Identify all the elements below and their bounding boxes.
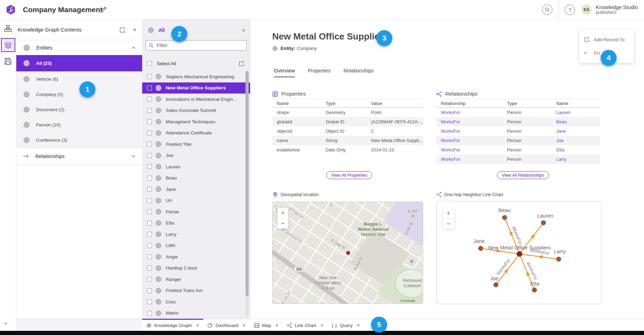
app-logo-icon[interactable]: [6, 5, 16, 15]
view-tab-link-chart[interactable]: Link Chart✕: [283, 319, 328, 331]
list-item[interactable]: Innovations in Mechanical Engin…: [142, 94, 250, 105]
layers-tool-selected[interactable]: [1, 38, 15, 52]
item-checkbox[interactable]: [147, 299, 152, 304]
scope-label[interactable]: All: [158, 27, 242, 33]
add-record-icon[interactable]: [119, 27, 126, 33]
relationships-section-header[interactable]: Relationships: [16, 148, 142, 165]
cell-link[interactable]: WorksFor: [436, 138, 503, 143]
item-checkbox[interactable]: [147, 288, 152, 293]
entity-type-row[interactable]: Vehicle (6): [16, 71, 142, 87]
cell-link[interactable]: Larry: [552, 157, 600, 162]
list-item[interactable]: Sales Associate Summit: [142, 105, 250, 116]
list-item[interactable]: Matrix: [142, 308, 250, 319]
geospatial-map[interactable]: k RdW Clay StSaN 3rd StN 4th StMaggie L.…: [272, 202, 423, 304]
cell-link[interactable]: WorksFor: [436, 157, 503, 162]
cell-link[interactable]: WorksFor: [436, 110, 503, 115]
close-icon[interactable]: ✕: [242, 323, 246, 328]
zoom-out-button[interactable]: −: [443, 219, 454, 229]
item-checkbox[interactable]: [147, 198, 152, 203]
rail-expand-button[interactable]: »: [4, 320, 6, 326]
filter-input[interactable]: [157, 43, 243, 48]
list-item[interactable]: Lauren: [142, 161, 250, 173]
view-all-relationships-button[interactable]: View All Relationships: [497, 171, 549, 179]
list-item[interactable]: Joe: [142, 150, 250, 161]
list-item[interactable]: Staplers Mechanical Engineering: [142, 71, 250, 82]
item-checkbox[interactable]: [147, 86, 152, 90]
list-item[interactable]: Persie: [142, 206, 250, 218]
edit-title-icon[interactable]: [100, 6, 107, 13]
search-button[interactable]: [542, 5, 552, 15]
map-location-marker[interactable]: [346, 251, 350, 255]
list-item[interactable]: Uri: [142, 195, 250, 206]
tab-relationships[interactable]: Relationships: [344, 68, 374, 77]
add-record-icon[interactable]: [239, 61, 244, 67]
item-checkbox[interactable]: [147, 209, 152, 214]
entity-type-row[interactable]: Person (10): [16, 117, 142, 132]
item-checkbox[interactable]: [147, 221, 152, 226]
select-all-checkbox[interactable]: [147, 61, 152, 66]
menu-item-add-record-to[interactable]: Add Record To: [579, 33, 634, 46]
cell-link[interactable]: WorksFor: [436, 147, 503, 152]
list-item[interactable]: Ranger: [142, 274, 250, 285]
zoom-in-button[interactable]: +: [277, 208, 288, 218]
chevron-up-icon[interactable]: [131, 45, 136, 50]
item-checkbox[interactable]: [147, 74, 152, 79]
item-checkbox[interactable]: [147, 311, 152, 316]
help-button[interactable]: ?: [565, 5, 575, 15]
close-icon[interactable]: ✕: [196, 323, 199, 328]
view-tab-query[interactable]: { }Query✕: [328, 319, 364, 331]
list-item[interactable]: Etta: [142, 218, 250, 229]
item-checkbox[interactable]: [147, 153, 152, 158]
link-chart[interactable]: WorksForWorksForWorksForWorksForBeauLaur…: [436, 201, 602, 304]
save-icon[interactable]: [4, 58, 12, 65]
item-checkbox[interactable]: [147, 119, 152, 124]
scrollbar-thumb[interactable]: [246, 71, 249, 296]
cell-link[interactable]: WorksFor: [436, 119, 503, 124]
data-model-icon[interactable]: [4, 25, 12, 32]
entity-type-row[interactable]: Document (2): [16, 102, 142, 117]
entity-type-row[interactable]: Conference (3): [16, 132, 142, 148]
item-checkbox[interactable]: [147, 108, 152, 113]
collapse-panel-icon[interactable]: «: [242, 27, 245, 33]
item-checkbox[interactable]: [147, 254, 152, 259]
list-item[interactable]: Firebird Trans Am: [142, 285, 250, 297]
item-checkbox[interactable]: [147, 176, 152, 180]
item-checkbox[interactable]: [147, 187, 152, 192]
view-all-properties-button[interactable]: View All Properties: [326, 171, 372, 179]
list-item[interactable]: Civic: [142, 296, 250, 308]
list-item[interactable]: Beau: [142, 173, 250, 184]
item-checkbox[interactable]: [147, 142, 152, 147]
list-item[interactable]: Attendance Certificate: [142, 127, 250, 139]
item-checkbox[interactable]: [147, 266, 152, 271]
list-item[interactable]: Managment Techniques: [142, 116, 250, 127]
tab-properties[interactable]: Properties: [308, 68, 330, 77]
tab-overview[interactable]: Overview: [274, 68, 295, 77]
list-item[interactable]: Firebird Title: [142, 139, 250, 150]
list-item[interactable]: Larry: [142, 229, 250, 240]
list-item[interactable]: New Metal Office Suppliers: [142, 82, 250, 94]
close-icon[interactable]: ✕: [320, 323, 324, 328]
zoom-in-button[interactable]: +: [443, 208, 454, 219]
entity-type-row[interactable]: All (23): [16, 55, 142, 71]
cell-link[interactable]: Jane: [552, 129, 600, 134]
close-icon[interactable]: ✕: [357, 323, 360, 328]
view-tab-map[interactable]: Map✕: [250, 319, 283, 331]
list-item[interactable]: Hardtop 2-door: [142, 263, 250, 274]
view-tab-dashboard[interactable]: Dashboard✕: [203, 319, 250, 331]
avatar[interactable]: KS: [581, 5, 592, 15]
item-checkbox[interactable]: [147, 97, 152, 102]
list-item[interactable]: Jane: [142, 184, 250, 195]
cell-link[interactable]: WorksFor: [436, 129, 503, 134]
cell-link[interactable]: Joe: [552, 138, 600, 143]
close-panel-icon[interactable]: ✕: [132, 27, 137, 33]
entities-section-header[interactable]: Entities: [16, 40, 142, 55]
item-checkbox[interactable]: [147, 232, 152, 237]
scrollbar-track[interactable]: [246, 71, 249, 317]
list-item[interactable]: Angie: [142, 251, 250, 263]
item-checkbox[interactable]: [147, 131, 152, 135]
cell-link[interactable]: Lauren: [552, 110, 600, 115]
view-tab-knowledge-graph[interactable]: Knowledge Graph✕: [142, 319, 203, 331]
close-icon[interactable]: ✕: [275, 323, 278, 328]
user-menu[interactable]: Knowledge Studio publisher2: [596, 4, 638, 15]
item-checkbox[interactable]: [147, 277, 152, 282]
